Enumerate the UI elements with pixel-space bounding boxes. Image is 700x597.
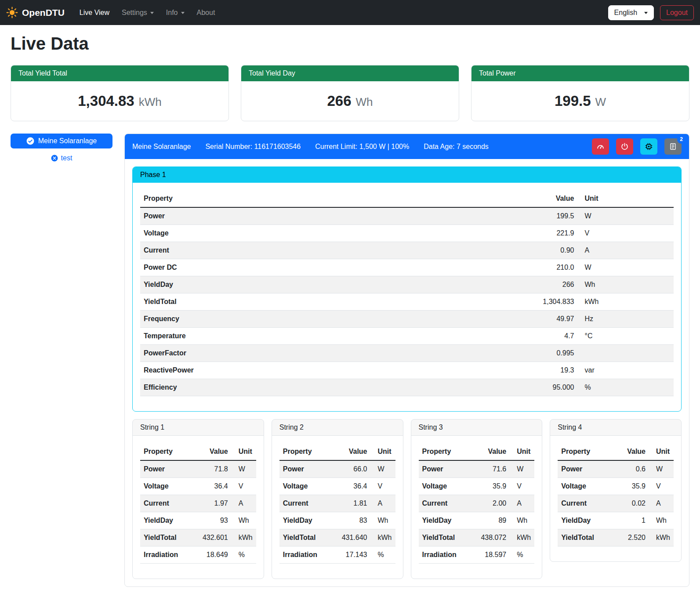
table-row: YieldTotal 2.520 kWh (558, 529, 674, 546)
unit-cell: V (510, 478, 534, 495)
value-cell: 266 (402, 276, 578, 293)
value-cell: 71.6 (470, 460, 510, 478)
value-cell: 1,304.833 (402, 293, 578, 311)
table-row: Voltage 36.4 V (140, 478, 256, 495)
nav-item-info[interactable]: Info (160, 5, 191, 21)
value-cell: 17.143 (330, 546, 370, 564)
logout-button[interactable]: Logout (660, 5, 694, 20)
unit-cell: Wh (510, 512, 534, 529)
table-row: Power 0.6 W (558, 460, 674, 478)
column-header-unit: Unit (371, 443, 395, 460)
property-cell: Current (419, 495, 470, 512)
chevron-down-icon (181, 12, 185, 14)
inverter-item-test[interactable]: test (11, 154, 112, 162)
table-row: Voltage 35.9 V (419, 478, 535, 495)
property-cell: Voltage (419, 478, 470, 495)
property-cell: Irradiation (279, 546, 330, 564)
property-cell: Power (558, 460, 613, 478)
table-row: YieldTotal 431.640 kWh (279, 529, 395, 546)
table-row: YieldTotal 1,304.833 kWh (140, 293, 674, 311)
unit-cell: A (510, 495, 534, 512)
page-title: Live Data (11, 34, 689, 54)
stat-card-total-yield-total: Total Yield Total 1,304.83 kWh (11, 65, 229, 121)
column-header-property: Property (279, 443, 330, 460)
value-cell: 4.7 (402, 328, 578, 345)
nav-item-about[interactable]: About (191, 5, 221, 21)
power-icon (620, 142, 629, 151)
property-cell: YieldTotal (140, 529, 191, 546)
value-cell: 1 (613, 512, 649, 529)
string-4-card: String 4 Property Value Unit (550, 419, 682, 562)
string-2-card: String 2 Property Value Unit (272, 419, 403, 579)
unit-cell: W (510, 460, 534, 478)
journal-list-icon (669, 142, 677, 151)
string-4-title: String 4 (550, 420, 681, 436)
device-info-button[interactable] (640, 138, 657, 155)
stat-cards-row: Total Yield Total 1,304.83 kWh Total Yie… (11, 65, 689, 121)
main-nav: Live View Settings Info About (73, 5, 221, 21)
brand[interactable]: OpenDTU (6, 7, 71, 18)
property-cell: Power DC (140, 259, 402, 276)
value-cell: 0.6 (613, 460, 649, 478)
value-cell: 35.9 (470, 478, 510, 495)
unit-cell: Hz (577, 311, 674, 328)
property-cell: YieldDay (140, 276, 402, 293)
string-4-body: Property Value Unit Power 0.6 W Voltage … (550, 436, 681, 561)
inverter-card-body: Phase 1 Property Value Unit Power (125, 159, 689, 586)
chevron-down-icon (150, 12, 154, 14)
string-cards-row: String 1 Property Value Unit (132, 419, 682, 579)
unit-cell: V (577, 225, 674, 242)
unit-cell: kWh (232, 529, 256, 546)
inverter-current-limit: Current Limit: 1,500 W | 100% (315, 143, 409, 151)
property-cell: Frequency (140, 311, 402, 328)
string-2-title: String 2 (272, 420, 403, 436)
nav-settings-label: Settings (122, 9, 147, 17)
unit-cell: W (232, 460, 256, 478)
stat-unit: kWh (139, 95, 162, 109)
phase-1-title: Phase 1 (133, 167, 681, 183)
unit-cell: W (371, 460, 395, 478)
inverter-selected-button[interactable]: Meine Solaranlage (11, 134, 112, 148)
unit-cell: Wh (232, 512, 256, 529)
value-cell: 2.00 (470, 495, 510, 512)
stat-card-title: Total Yield Total (11, 65, 228, 81)
column-header-property: Property (140, 443, 191, 460)
string-4-table-body: Power 0.6 W Voltage 35.9 V Current 0.02 … (558, 460, 674, 546)
table-row: YieldDay 1 Wh (558, 512, 674, 529)
nav-item-settings[interactable]: Settings (116, 5, 160, 21)
table-row: Efficiency 95.000 % (140, 379, 674, 396)
string-3-table: Property Value Unit Power 71.6 W Voltage… (419, 443, 535, 564)
property-cell: YieldDay (558, 512, 613, 529)
value-cell: 0.02 (613, 495, 649, 512)
table-row: PowerFactor 0.995 (140, 345, 674, 362)
unit-cell: W (577, 259, 674, 276)
top-navbar: OpenDTU Live View Settings Info About En… (0, 0, 700, 25)
table-row: Power DC 210.0 W (140, 259, 674, 276)
property-cell: YieldTotal (558, 529, 613, 546)
string-1-card: String 1 Property Value Unit (132, 419, 264, 579)
event-log-button[interactable]: 2 (664, 138, 682, 155)
table-row: Current 2.00 A (419, 495, 535, 512)
check-circle-icon (26, 137, 34, 145)
value-cell: 95.000 (402, 379, 578, 396)
property-cell: Power (140, 207, 402, 225)
power-control-button[interactable] (616, 138, 633, 155)
column-header-value: Value (402, 190, 578, 207)
property-cell: Voltage (140, 478, 191, 495)
phase-1-table-body: Power 199.5 W Voltage 221.9 V Current 0.… (140, 207, 674, 396)
value-cell: 36.4 (191, 478, 231, 495)
brand-label: OpenDTU (22, 7, 65, 18)
limit-settings-button[interactable] (592, 138, 609, 155)
value-cell: 1.81 (330, 495, 370, 512)
inverter-action-buttons: 2 (592, 138, 682, 155)
language-select[interactable]: English (608, 5, 654, 20)
unit-cell: A (577, 242, 674, 259)
column-header-unit: Unit (577, 190, 674, 207)
nav-item-live-view[interactable]: Live View (73, 5, 116, 21)
column-header-unit: Unit (510, 443, 534, 460)
phase-1-body: Property Value Unit Power 199.5 W Voltag… (133, 183, 681, 411)
unit-cell: kWh (649, 529, 674, 546)
string-1-table: Property Value Unit Power 71.8 W Voltage… (140, 443, 256, 564)
value-cell: 2.520 (613, 529, 649, 546)
unit-cell: % (232, 546, 256, 564)
